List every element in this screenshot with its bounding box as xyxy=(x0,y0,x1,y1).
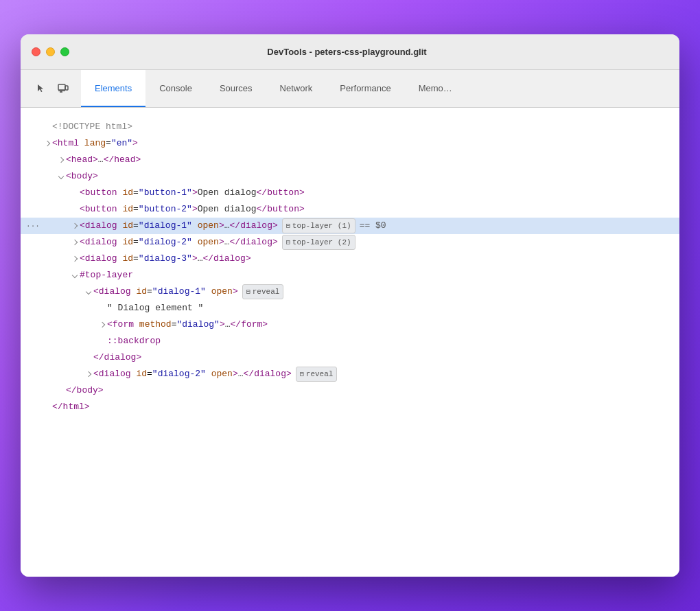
title-bar: DevTools - peters-css-playground.glit xyxy=(21,34,679,70)
code-line-close-body: </body> xyxy=(21,382,679,399)
svg-rect-1 xyxy=(65,86,68,90)
expand-arrow-form xyxy=(100,322,105,327)
expand-arrow-dialog1-inner xyxy=(86,289,91,295)
reveal-badge-2[interactable]: ⊟ reveal xyxy=(296,367,338,382)
reveal-icon-1: ⊟ xyxy=(246,286,250,298)
badge-icon-2: ⊟ xyxy=(286,237,290,249)
tab-bar: Elements Console Sources Network Perform… xyxy=(21,70,679,108)
badge-icon-1: ⊟ xyxy=(286,220,290,232)
code-line-dialog2[interactable]: <dialog id="dialog-2" open>…</dialog> ⊟ … xyxy=(21,234,679,251)
code-line-dialog-text: " Dialog element " xyxy=(21,300,679,316)
device-icon[interactable] xyxy=(54,79,73,98)
tab-console[interactable]: Console xyxy=(145,70,206,107)
expand-arrow-dialog2-inner xyxy=(86,371,91,377)
code-line-close-dialog1: </dialog> xyxy=(21,349,679,366)
expand-arrow-body xyxy=(58,174,64,179)
expand-arrow-dialog2 xyxy=(72,240,78,245)
expand-arrow-dialog1 xyxy=(72,223,78,229)
dollar-zero: $0 xyxy=(370,218,386,233)
expand-arrow-toplayer xyxy=(72,273,78,278)
tab-network[interactable]: Network xyxy=(266,70,327,107)
tab-memory[interactable]: Memo… xyxy=(405,70,466,107)
code-line-close-html: </html> xyxy=(21,399,679,415)
more-menu[interactable]: ··· xyxy=(26,220,40,233)
expand-arrow-dialog3 xyxy=(72,256,78,262)
window-title: DevTools - peters-css-playground.glit xyxy=(25,47,668,57)
collapse-arrow-html xyxy=(45,141,50,146)
code-line-body[interactable]: <body> xyxy=(21,168,679,185)
code-line-button1[interactable]: <button id="button-1">Open dialog</butto… xyxy=(21,185,679,201)
code-line-html[interactable]: <html lang="en"> xyxy=(21,135,679,152)
elements-panel: <!DOCTYPE html> <html lang="en"> <head>…… xyxy=(21,108,679,577)
devtools-window: DevTools - peters-css-playground.glit E xyxy=(21,34,679,577)
code-line-dialog3[interactable]: <dialog id="dialog-3">…</dialog> xyxy=(21,251,679,267)
code-line-dialog1[interactable]: ··· <dialog id="dialog-1" open>…</dialog… xyxy=(21,218,679,234)
code-line-backdrop[interactable]: ::backdrop xyxy=(21,333,679,349)
equals-sign: == xyxy=(360,218,371,233)
top-layer-badge-2[interactable]: ⊟ top-layer (2) xyxy=(282,235,355,251)
reveal-icon-2: ⊟ xyxy=(300,369,304,380)
code-line-doctype: <!DOCTYPE html> xyxy=(21,119,679,135)
tab-elements[interactable]: Elements xyxy=(81,70,145,107)
code-line-form[interactable]: <form method="dialog">…</form> xyxy=(21,316,679,333)
top-layer-badge-1[interactable]: ⊟ top-layer (1) xyxy=(282,218,355,234)
code-line-button2[interactable]: <button id="button-2">Open dialog</butto… xyxy=(21,201,679,218)
tab-sources[interactable]: Sources xyxy=(206,70,266,107)
code-line-head[interactable]: <head>…</head> xyxy=(21,152,679,168)
reveal-badge-1[interactable]: ⊟ reveal xyxy=(242,284,284,300)
cursor-icon[interactable] xyxy=(32,79,51,98)
code-line-dialog1-toplayer[interactable]: <dialog id="dialog-1" open> ⊟ reveal xyxy=(21,284,679,300)
code-line-top-layer[interactable]: #top-layer xyxy=(21,267,679,284)
toolbar-icons xyxy=(26,70,78,107)
expand-arrow-head xyxy=(58,157,64,163)
svg-rect-0 xyxy=(58,84,65,90)
tab-performance[interactable]: Performance xyxy=(326,70,404,107)
code-line-dialog2-toplayer[interactable]: <dialog id="dialog-2" open>…</dialog> ⊟ … xyxy=(21,366,679,382)
